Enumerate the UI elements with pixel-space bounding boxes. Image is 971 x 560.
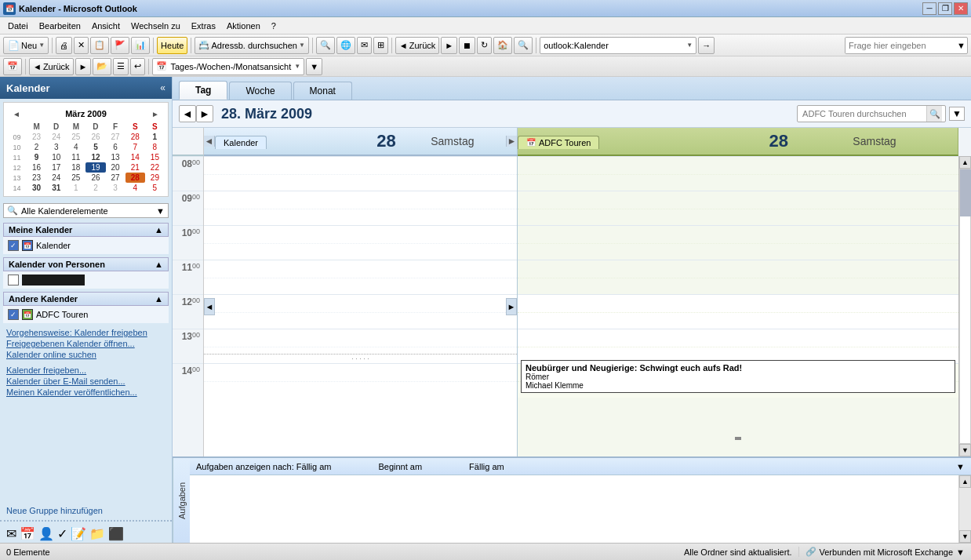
cal-day-26feb[interactable]: 26 [85,132,105,142]
cal-day-27feb[interactable]: 27 [106,132,125,142]
minimize-button[interactable]: ─ [922,2,936,15]
tb2-open-btn[interactable]: 📂 [93,58,111,75]
tb2-list-btn[interactable]: ☰ [113,58,129,75]
date-next-button[interactable]: ► [196,105,213,122]
cal-day-26[interactable]: 26 [85,173,105,183]
link-freigeben[interactable]: Kalender freigeben... [6,365,165,375]
scroll-thumb[interactable] [960,169,971,216]
tab-tag[interactable]: Tag [179,81,227,100]
main-col-nav-right[interactable]: ► [506,298,517,315]
menu-help[interactable]: ? [267,20,281,32]
addr-dropdown-arrow[interactable]: ▼ [299,42,305,49]
sidebar-item-adfc[interactable]: ✓ 📅 ADFC Touren [5,307,167,322]
scroll-up-button[interactable]: ▲ [959,156,971,169]
link-freigegeben[interactable]: Freigegebenen Kalender öffnen... [6,339,165,348]
cal-day-7[interactable]: 7 [125,142,145,152]
refresh-button[interactable]: ↻ [477,37,492,54]
search-button-tb[interactable]: 🔍 [514,37,533,54]
close-button[interactable]: ✕ [954,2,968,15]
new-button[interactable]: 📄 Neu ▼ [3,37,49,54]
link-vorgehensweise[interactable]: Vorgehensweise: Kalender freigeben [6,328,165,337]
nav-shortcuts-icon[interactable]: ⬛ [108,526,124,541]
event-card[interactable]: Neubürger und Neugierige: Schwingt euch … [521,360,955,393]
restore-button[interactable]: ❐ [938,2,952,15]
col-collapse-left-main[interactable]: ◄ [204,136,215,147]
cal-day-29[interactable]: 29 [145,173,165,183]
nav-btn-1[interactable]: 🌐 [336,37,355,54]
event-resize-handle[interactable] [735,437,741,440]
cal-search-button[interactable]: 🔍 [926,106,942,122]
url-dropdown-arrow[interactable]: ▼ [686,42,693,49]
new-dropdown-arrow[interactable]: ▼ [38,42,45,49]
quick-search-input[interactable] [846,38,955,53]
find-contact-button[interactable]: 🔍 [316,37,335,54]
sidebar-item-person[interactable] [5,273,167,287]
tb2-icon-btn[interactable]: 📅 [3,58,22,75]
cal-search-dropdown[interactable]: ▼ [949,107,965,121]
menu-ansicht[interactable]: Ansicht [87,20,125,32]
tab-monat[interactable]: Monat [293,82,352,100]
nav-folder-icon[interactable]: 📁 [89,526,105,541]
url-go-btn[interactable]: → [698,37,715,54]
other-calendars-collapse[interactable]: ▲ [155,294,163,304]
tasks-scroll-up[interactable]: ▲ [959,475,971,488]
cal-day-25[interactable]: 25 [66,173,85,183]
cal-day-1apr[interactable]: 1 [66,183,85,193]
mini-cal-prev[interactable]: ◄ [10,107,23,120]
cal-day-18[interactable]: 18 [66,162,85,173]
cal-day-30[interactable]: 30 [27,183,46,193]
cal-day-13[interactable]: 13 [106,152,125,162]
cal-day-5apr[interactable]: 5 [145,183,165,193]
menu-aktionen[interactable]: Aktionen [222,20,265,32]
col-collapse-right-main[interactable]: ► [506,136,517,147]
calendar-filter[interactable]: 🔍 Alle Kalenderelemente ▼ [3,203,169,218]
cal-day-22[interactable]: 22 [145,162,165,173]
cal-day-3[interactable]: 3 [46,142,66,152]
nav-contacts-icon[interactable]: 👤 [38,526,54,541]
link-email-senden[interactable]: Kalender über E-Mail senden... [6,376,165,386]
cal-day-5[interactable]: 5 [85,142,105,152]
my-calendars-header[interactable]: Meine Kalender ▲ [3,223,169,237]
menu-datei[interactable]: Datei [3,20,33,32]
menu-wechseln[interactable]: Wechseln zu [126,20,185,32]
cal-day-2apr[interactable]: 2 [85,183,105,193]
cal-day-4apr[interactable]: 4 [125,183,145,193]
mini-cal-next[interactable]: ► [149,107,162,120]
scroll-down-button[interactable]: ▼ [959,444,971,456]
cal-day-10[interactable]: 10 [46,152,66,162]
cal-day-4[interactable]: 4 [66,142,85,152]
nav-mail-icon[interactable]: ✉ [6,526,16,541]
sidebar-item-kalender[interactable]: ✓ 📅 Kalender [5,238,167,253]
stop-button[interactable]: ⏹ [459,37,475,54]
link-veroeffentlichen[interactable]: Meinen Kalender veröffentlichen... [6,387,165,397]
tb2-undo-btn[interactable]: ↩ [130,58,145,75]
link-online-suchen[interactable]: Kalender online suchen [6,350,165,359]
tab-woche[interactable]: Woche [229,82,291,100]
nav-btn-2[interactable]: ✉ [357,37,372,54]
date-prev-button[interactable]: ◄ [179,105,196,122]
kalender-checkbox[interactable]: ✓ [8,240,19,251]
tb2-back-button[interactable]: ◄ Zurück [29,58,74,75]
cal-day-1[interactable]: 1 [145,132,165,142]
nav-notes-icon[interactable]: 📝 [71,526,86,541]
view2-button[interactable]: 📊 [131,37,150,54]
cal-day-21[interactable]: 21 [125,162,145,173]
cal-day-24[interactable]: 24 [46,173,66,183]
cal-day-12[interactable]: 12 [85,152,105,162]
back-button[interactable]: ◄ Zurück [395,37,440,54]
adfc-checkbox[interactable]: ✓ [8,309,19,320]
other-calendars-header[interactable]: Andere Kalender ▲ [3,292,169,306]
cal-day-24feb[interactable]: 24 [46,132,66,142]
main-col-tab[interactable]: Kalender [215,136,267,149]
nav-cal-icon[interactable]: 📅 [20,526,35,541]
connection-dropdown[interactable]: ▼ [956,547,965,557]
cal-day-3apr[interactable]: 3 [106,183,125,193]
address-book-button[interactable]: 📇 Adressb. durchsuchen ▼ [195,37,308,54]
view-dropdown-arrow[interactable]: ▼ [294,63,300,70]
tb2-fwd-btn[interactable]: ► [75,58,92,75]
filter-arrow[interactable]: ▼ [156,206,165,216]
nav-tasks-icon[interactable]: ✓ [57,526,67,541]
link-neue-gruppe[interactable]: Neue Gruppe hinzufügen [0,504,172,517]
person-checkbox[interactable] [8,275,19,285]
cal-search-input[interactable] [801,107,926,120]
